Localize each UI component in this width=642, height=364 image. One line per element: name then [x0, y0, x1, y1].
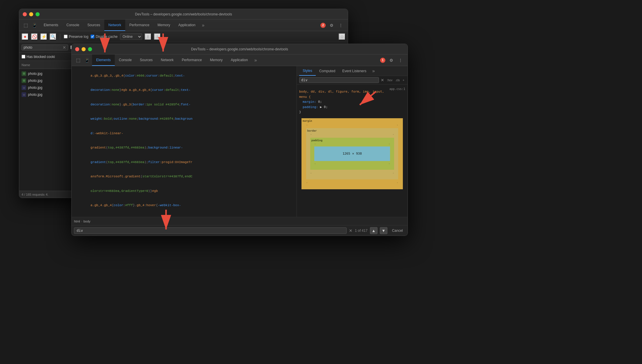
styles-search-input[interactable] [299, 77, 379, 83]
blocked-cookies-label[interactable]: Has blocked cooki [22, 55, 55, 59]
search-wrap: ✕ [22, 45, 68, 50]
find-next-button[interactable]: ▼ [380, 227, 387, 234]
styles-tab-computed[interactable]: Computed [316, 66, 339, 76]
front-tab-performance[interactable]: Performance [178, 54, 206, 66]
traffic-lights [23, 12, 40, 16]
more-options-icon[interactable]: ⋮ [337, 22, 344, 29]
front-select-element-icon[interactable]: ⬚ [75, 57, 82, 64]
maximize-button[interactable] [36, 12, 40, 16]
device-toolbar-icon[interactable]: 📱 [31, 22, 38, 29]
blocked-cookies-checkbox[interactable] [22, 55, 25, 59]
search-input[interactable] [24, 45, 61, 50]
box-content-size: 1265 × 938 [314, 146, 390, 161]
select-element-icon[interactable]: ⬚ [22, 22, 29, 29]
preserve-log-label[interactable]: Preserve log [64, 35, 88, 39]
front-traffic-lights [75, 47, 92, 51]
front-device-icon[interactable]: 📱 [83, 57, 90, 64]
front-error-badge: 1 [380, 58, 385, 63]
styles-panel-tabs: Styles Computed Event Listeners » [297, 66, 408, 76]
file-icon: 🖼 [22, 71, 26, 76]
find-prev-button[interactable]: ▲ [370, 227, 378, 234]
find-bar: ✕ 1 of 417 ▲ ▼ Cancel [72, 225, 408, 236]
front-more-tabs-button[interactable]: » [252, 54, 259, 66]
front-maximize-button[interactable] [88, 47, 92, 51]
code-line: d:-webkit-linear- [72, 126, 297, 141]
css-close-brace: } [299, 109, 405, 115]
box-border: border - - padding - - [306, 128, 398, 179]
front-minimize-button[interactable] [82, 47, 86, 51]
window-title: DevTools – developers.google.com/web/too… [135, 12, 232, 16]
close-button[interactable] [23, 12, 27, 16]
find-input[interactable] [74, 227, 347, 234]
front-tab-elements[interactable]: Elements [92, 54, 115, 66]
filter-button[interactable]: ⚡ [40, 33, 47, 40]
front-tab-memory[interactable]: Memory [206, 54, 227, 66]
tab-console[interactable]: Console [62, 20, 83, 31]
breadcrumb-bar: html › body [72, 217, 408, 225]
tab-memory[interactable]: Memory [154, 20, 174, 31]
styles-tab-styles[interactable]: Styles [299, 66, 316, 76]
tab-sources[interactable]: Sources [83, 20, 104, 31]
breadcrumb-body[interactable]: body [83, 220, 90, 223]
elements-code-panel[interactable]: a.gb_3.gb_3,.gb_4{color:#666;cursor:defa… [72, 66, 297, 217]
tab-network[interactable]: Network [104, 20, 125, 31]
clear-button[interactable]: 🚫 [31, 33, 38, 40]
divider [60, 34, 60, 40]
clear-styles-filter-button[interactable]: ✕ [381, 78, 384, 82]
code-line: decoration:none}#gb a.gb_4.gb_4{cursor:d… [72, 83, 297, 98]
search-button[interactable]: 🔍 [50, 33, 57, 40]
box-padding: padding - - 1265 × 938 - - [310, 138, 394, 170]
settings-icon[interactable]: ⚙ [328, 22, 335, 29]
code-line: olorstr=#4683ea,GradientType=0)}#gb [72, 184, 297, 198]
css-rule-margin: margin: 0; [303, 99, 405, 105]
front-settings-icon[interactable]: ⚙ [388, 57, 395, 64]
styles-more-tabs[interactable]: » [370, 68, 377, 74]
tab-performance[interactable]: Performance [125, 20, 154, 31]
more-tabs-button[interactable]: » [200, 20, 207, 31]
styles-panel: Styles Computed Event Listeners » ✕ :hov… [297, 66, 408, 217]
network-settings-icon[interactable]: ⚙ [338, 33, 345, 40]
breadcrumb-html[interactable]: html [74, 220, 80, 223]
code-line: ansform.Microsoft.gradient(startColorstr… [72, 169, 297, 184]
download-icon[interactable]: ⬇ [154, 33, 161, 40]
cls-pseudo-button[interactable]: .cls [394, 78, 401, 82]
preserve-log-checkbox[interactable] [64, 35, 68, 38]
code-line: weight:bold;outline:none;background:#428… [72, 112, 297, 126]
front-more-options-icon[interactable]: ⋮ [397, 57, 404, 64]
front-tab-sources[interactable]: Sources [136, 54, 157, 66]
clear-find-button[interactable]: ✕ [349, 229, 352, 233]
front-tab-console[interactable]: Console [115, 54, 136, 66]
clear-search-button[interactable]: ✕ [63, 45, 66, 50]
elements-bottom-bar: html › body ✕ 1 of 417 ▲ ▼ Cancel [72, 217, 408, 236]
minimize-button[interactable] [29, 12, 33, 16]
disable-cache-label[interactable]: Disable cache [91, 35, 117, 39]
pseudo-buttons: :hov .cls + [386, 78, 405, 82]
code-line: a.gb_4.gb_4{color:#fff}.gb_4:hover{-webk… [72, 198, 297, 213]
css-rules: margin: 0; padding: ▶ 0; [299, 99, 405, 109]
tab-application[interactable]: Application [174, 20, 200, 31]
cancel-find-button[interactable]: Cancel [390, 228, 405, 233]
disable-cache-checkbox[interactable] [91, 35, 94, 38]
styles-content: app.css:1 body, dd, div, dl, figure, for… [297, 84, 408, 217]
styles-filter-bar: ✕ :hov .cls + [297, 76, 408, 84]
code-line: a.gb_3.gb_3,.gb_4{color:#666;cursor:defa… [72, 68, 297, 83]
error-badge: 2 [320, 23, 326, 28]
front-tab-application[interactable]: Application [227, 54, 252, 66]
css-rule-padding: padding: ▶ 0; [303, 105, 405, 110]
box-margin: margin - - border - - padd [301, 118, 403, 189]
code-line: gradient(top,#4387fd,#4683ea);filter:pro… [72, 155, 297, 169]
code-line: gradient(top,#4387fd,#4683ea);background… [72, 141, 297, 155]
code-line: decoration:none}.gb_3{border:1px solid #… [72, 97, 297, 112]
file-icon: 🖼 [22, 78, 26, 83]
tab-elements[interactable]: Elements [40, 20, 62, 31]
network-toolbar: ● 🚫 ⚡ 🔍 Preserve log Disable cache Onlin… [19, 31, 348, 42]
add-rule-button[interactable]: + [402, 78, 405, 82]
elements-devtools-window: DevTools – developers.google.com/web/too… [71, 44, 408, 236]
front-tab-network[interactable]: Network [157, 54, 178, 66]
throttle-select[interactable]: Online Fast 3G Slow 3G [120, 33, 142, 40]
upload-icon[interactable]: ⬆ [144, 33, 151, 40]
front-close-button[interactable] [75, 47, 79, 51]
hover-pseudo-button[interactable]: :hov [386, 78, 393, 82]
record-button[interactable]: ● [22, 33, 29, 40]
styles-tab-event-listeners[interactable]: Event Listeners [339, 66, 370, 76]
